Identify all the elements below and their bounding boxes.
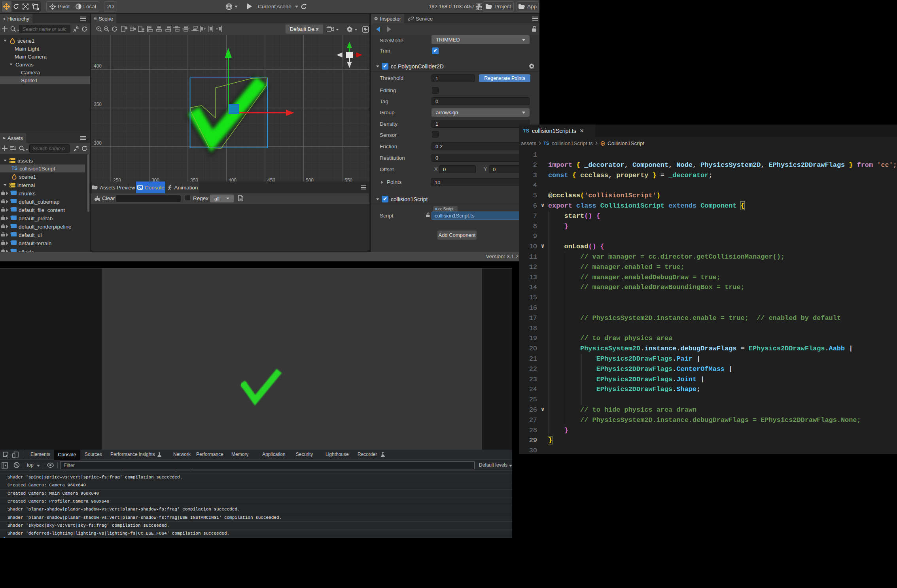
svg-text:350: 350: [94, 102, 102, 107]
svg-text:400: 400: [94, 63, 102, 69]
svg-text:450: 450: [267, 178, 275, 182]
svg-text:500: 500: [306, 178, 314, 182]
svg-text:300: 300: [151, 178, 159, 182]
svg-text:250: 250: [113, 178, 121, 182]
svg-text:400: 400: [229, 178, 237, 182]
svg-text:350: 350: [190, 178, 198, 182]
svg-text:550: 550: [344, 178, 352, 182]
svg-text:300: 300: [94, 140, 102, 146]
